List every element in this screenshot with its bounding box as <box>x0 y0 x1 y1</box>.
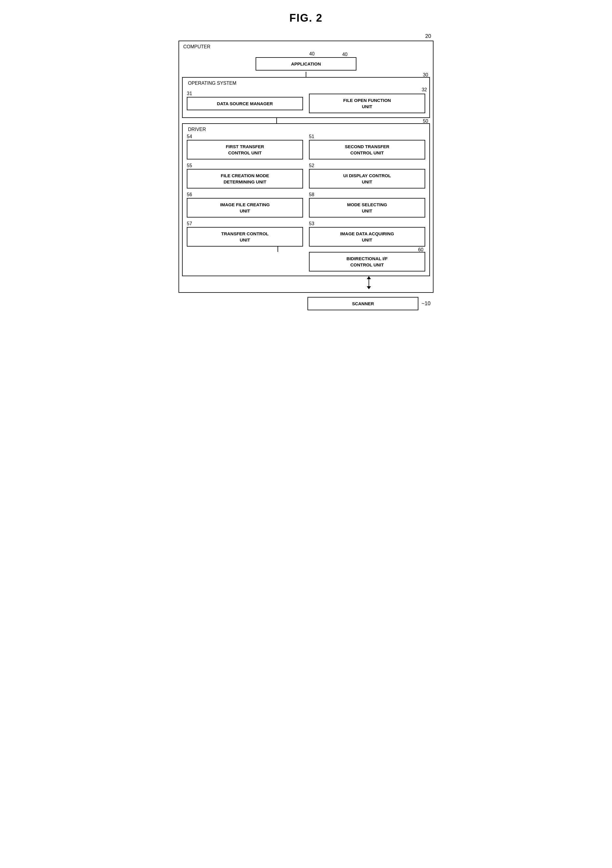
image-file-creating-cell: 56 IMAGE FILE CREATING UNIT <box>187 192 303 217</box>
driver-label: DRIVER <box>188 127 425 132</box>
ref-40-label: 40 <box>342 52 348 57</box>
page: FIG. 2 20 COMPUTER 40 40 APPLICATION <box>172 6 440 316</box>
driver-grid: 54 FIRST TRANSFER CONTROL UNIT 51 SECOND… <box>187 134 425 246</box>
file-creation-mode-cell: 55 FILE CREATION MODE DETERMINING UNIT <box>187 163 303 189</box>
application-row: 40 APPLICATION <box>182 57 430 71</box>
image-data-acquiring-cell: 53 IMAGE DATA ACQUIRING UNIT <box>309 221 425 246</box>
ref-51-label: 51 <box>309 134 425 139</box>
first-transfer-box: FIRST TRANSFER CONTROL UNIT <box>187 140 303 160</box>
transfer-control-box: TRANSFER CONTROL UNIT <box>187 227 303 246</box>
app-to-os-connector <box>182 72 430 77</box>
ui-display-cell: 52 UI DISPLAY CONTROL UNIT <box>309 163 425 189</box>
first-transfer-cell: 54 FIRST TRANSFER CONTROL UNIT <box>187 134 303 160</box>
mode-selecting-box: MODE SELECTING UNIT <box>309 198 425 217</box>
scanner-box: SCANNER <box>308 297 418 310</box>
ref-58-label: 58 <box>309 192 425 197</box>
image-data-acquiring-box: IMAGE DATA ACQUIRING UNIT <box>309 227 425 246</box>
second-transfer-box: SECOND TRANSFER CONTROL UNIT <box>309 140 425 160</box>
driver-box: DRIVER 54 FIRST TRANSFER CONTROL UNIT <box>182 123 430 276</box>
data-source-manager-box: DATA SOURCE MANAGER <box>187 97 303 110</box>
ref-55-label: 55 <box>187 163 303 168</box>
computer-label: COMPUTER <box>183 44 430 50</box>
ref-52-label: 52 <box>309 163 425 168</box>
file-open-function-box: FILE OPEN FUNCTION UNIT <box>309 94 425 113</box>
ref-54-label: 54 <box>187 134 303 139</box>
bidirectional-box: BIDIRECTIONAL I/F CONTROL UNIT <box>309 252 425 271</box>
ref-56-label: 56 <box>187 192 303 197</box>
ref-40: 40 <box>309 51 315 57</box>
image-file-creating-box: IMAGE FILE CREATING UNIT <box>187 198 303 217</box>
scanner-section: SCANNER ~10 <box>179 297 433 310</box>
bidir-arrow <box>367 276 371 289</box>
os-box: OPERATING SYSTEM 32 31 DATA SOURCE MANAG… <box>182 77 430 118</box>
ui-display-box: UI DISPLAY CONTROL UNIT <box>309 169 425 189</box>
application-box: APPLICATION <box>256 57 356 71</box>
file-creation-mode-box: FILE CREATION MODE DETERMINING UNIT <box>187 169 303 189</box>
os-label: OPERATING SYSTEM <box>188 81 425 86</box>
os-inner: 31 DATA SOURCE MANAGER 00 FILE OPEN FUNC… <box>187 88 425 113</box>
ref-60-label: 60 <box>418 247 423 253</box>
mode-selecting-cell: 58 MODE SELECTING UNIT <box>309 192 425 217</box>
transfer-control-cell: 57 TRANSFER CONTROL UNIT <box>187 221 303 246</box>
ref-53-label: 53 <box>309 221 425 226</box>
ref-57-label: 57 <box>187 221 303 226</box>
ref-32-label: 32 <box>422 87 427 93</box>
ref-20: 20 <box>425 33 431 39</box>
ref-31-label: 31 <box>187 91 303 96</box>
figure-title: FIG. 2 <box>179 12 433 24</box>
diagram: 20 COMPUTER 40 40 APPLICATION 30 <box>179 33 433 310</box>
computer-box: COMPUTER 40 40 APPLICATION 30 OPERATI <box>179 40 433 293</box>
ref-10-label: ~10 <box>421 301 430 307</box>
second-transfer-cell: 51 SECOND TRANSFER CONTROL UNIT <box>309 134 425 160</box>
